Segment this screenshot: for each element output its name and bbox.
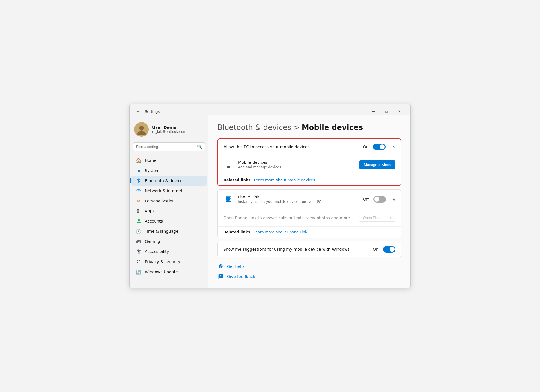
sidebar-item-time[interactable]: 🕐 Time & language [131, 226, 207, 236]
apps-icon [136, 208, 141, 214]
toggle-knob [380, 144, 385, 149]
minimize-button[interactable]: — [367, 107, 380, 116]
accounts-icon [136, 218, 141, 224]
mobile-devices-learn-more-link[interactable]: Learn more about mobile devices [254, 178, 315, 182]
search-box[interactable]: 🔍 [133, 142, 205, 151]
phone-link-subtitle: Instantly access your mobile device from… [238, 200, 359, 204]
breadcrumb-separator: > [293, 123, 300, 132]
phone-link-learn-more-link[interactable]: Learn more about Phone Link [253, 230, 307, 234]
user-name: User Demo [152, 125, 186, 130]
breadcrumb: Bluetooth & devices [217, 123, 291, 132]
sidebar-item-label-network: Network & internet [145, 189, 183, 193]
page-header: Bluetooth & devices > Mobile devices [217, 123, 401, 132]
sidebar-nav: 🏠 Home 🖥 System Bluetooth & devices [130, 155, 208, 277]
allow-access-toggle-label: On [363, 145, 369, 149]
title-bar-left: ← Settings [134, 107, 160, 115]
open-phone-link-text: Open Phone Link to answer calls or texts… [223, 216, 354, 220]
time-icon: 🕐 [136, 229, 141, 234]
accessibility-icon [136, 249, 141, 254]
phone-link-card: Phone Link Instantly access your mobile … [217, 189, 401, 238]
phone-link-chevron[interactable]: ∧ [393, 197, 395, 201]
give-feedback-label: Give feedback [227, 274, 255, 279]
phone-link-toggle-label: Off [363, 197, 369, 201]
search-input[interactable] [136, 145, 195, 149]
allow-access-title: Allow this PC to access your mobile devi… [224, 145, 359, 149]
help-section: Get help Give feedback [217, 263, 401, 280]
give-feedback-icon [217, 273, 224, 280]
allow-access-toggle-wrapper: On [363, 144, 386, 150]
mobile-devices-text: Mobile devices Add and manage devices [238, 160, 355, 169]
phone-link-related-links: Related links Learn more about Phone Lin… [218, 226, 401, 238]
update-icon: 🔄 [136, 269, 141, 275]
sidebar-item-label-bluetooth: Bluetooth & devices [145, 178, 184, 183]
sidebar-item-label-apps: Apps [145, 209, 155, 213]
sidebar: User Demo m_lab@outlook.com 🔍 🏠 Home 🖥 S… [130, 115, 208, 288]
sidebar-item-accounts[interactable]: Accounts [131, 216, 207, 226]
suggestions-toggle-label: On [373, 247, 379, 252]
allow-access-row: Allow this PC to access your mobile devi… [218, 139, 401, 155]
user-info: User Demo m_lab@outlook.com [152, 125, 186, 134]
allow-access-toggle[interactable] [373, 144, 386, 150]
sidebar-item-gaming[interactable]: 🎮 Gaming [131, 236, 207, 247]
suggestions-text: Show me suggestions for using my mobile … [223, 247, 368, 252]
sidebar-item-label-privacy: Privacy & security [145, 259, 180, 264]
privacy-icon: 🛡 [136, 259, 141, 265]
allow-access-chevron[interactable]: ∧ [392, 145, 395, 149]
phone-link-icon [223, 194, 233, 204]
bluetooth-icon [136, 178, 141, 183]
mobile-devices-subtitle: Add and manage devices [238, 165, 355, 169]
open-phone-link-button[interactable]: Open Phone Link [359, 214, 395, 222]
content-area: Bluetooth & devices > Mobile devices All… [208, 115, 410, 288]
main-layout: User Demo m_lab@outlook.com 🔍 🏠 Home 🖥 S… [130, 115, 410, 288]
close-button[interactable]: ✕ [393, 107, 406, 116]
phone-link-text: Phone Link Instantly access your mobile … [238, 195, 359, 204]
sidebar-item-accessibility[interactable]: Accessibility [131, 247, 207, 257]
title-bar: ← Settings — □ ✕ [130, 104, 410, 115]
back-button[interactable]: ← [134, 107, 142, 115]
window-title: Settings [145, 109, 160, 114]
window-controls: — □ ✕ [367, 107, 406, 116]
phone-link-toggle-wrapper: Off [363, 196, 386, 203]
sidebar-item-system[interactable]: 🖥 System [131, 165, 207, 176]
suggestions-card: Show me suggestions for using my mobile … [217, 241, 401, 257]
search-icon: 🔍 [197, 144, 202, 149]
maximize-button[interactable]: □ [380, 107, 393, 116]
phone-link-row: Phone Link Instantly access your mobile … [218, 190, 401, 209]
personalization-icon: ✏️ [136, 198, 141, 204]
phone-link-toggle-knob [374, 197, 379, 202]
svg-point-0 [139, 126, 144, 131]
allow-access-text: Allow this PC to access your mobile devi… [224, 145, 359, 149]
allow-access-related-links: Related links Learn more about mobile de… [218, 174, 401, 185]
user-email: m_lab@outlook.com [152, 130, 186, 134]
sidebar-item-label-gaming: Gaming [145, 239, 160, 244]
user-section: User Demo m_lab@outlook.com [130, 120, 208, 142]
suggestions-toggle[interactable] [383, 246, 395, 253]
network-icon [136, 188, 141, 194]
get-help-link[interactable]: Get help [217, 263, 401, 270]
sidebar-item-label-system: System [145, 168, 159, 173]
sidebar-item-home[interactable]: 🏠 Home [131, 155, 207, 165]
sidebar-item-bluetooth[interactable]: Bluetooth & devices [131, 176, 207, 186]
phone-link-title: Phone Link [238, 195, 359, 199]
sidebar-item-update[interactable]: 🔄 Windows Update [131, 267, 207, 277]
sidebar-item-apps[interactable]: Apps [131, 206, 207, 216]
get-help-label: Get help [227, 264, 244, 269]
allow-access-card: Allow this PC to access your mobile devi… [217, 138, 401, 186]
suggestions-toggle-wrapper: On [373, 246, 395, 253]
sidebar-item-label-home: Home [145, 158, 156, 163]
page-title: Mobile devices [302, 123, 363, 132]
manage-devices-button[interactable]: Manage devices [359, 160, 395, 169]
give-feedback-link[interactable]: Give feedback [217, 273, 401, 280]
gaming-icon: 🎮 [136, 239, 141, 244]
sidebar-item-label-update: Windows Update [145, 270, 178, 274]
avatar [134, 122, 149, 137]
sidebar-item-privacy[interactable]: 🛡 Privacy & security [131, 257, 207, 267]
sidebar-item-personalization[interactable]: ✏️ Personalization [131, 196, 207, 206]
suggestions-toggle-knob [390, 247, 395, 252]
open-phone-link-row: Open Phone Link to answer calls or texts… [218, 209, 401, 226]
svg-point-1 [137, 131, 146, 135]
sidebar-item-label-personalization: Personalization [145, 199, 175, 203]
sidebar-item-network[interactable]: Network & internet [131, 186, 207, 196]
phone-link-toggle[interactable] [374, 196, 386, 203]
suggestions-row: Show me suggestions for using my mobile … [218, 241, 401, 257]
